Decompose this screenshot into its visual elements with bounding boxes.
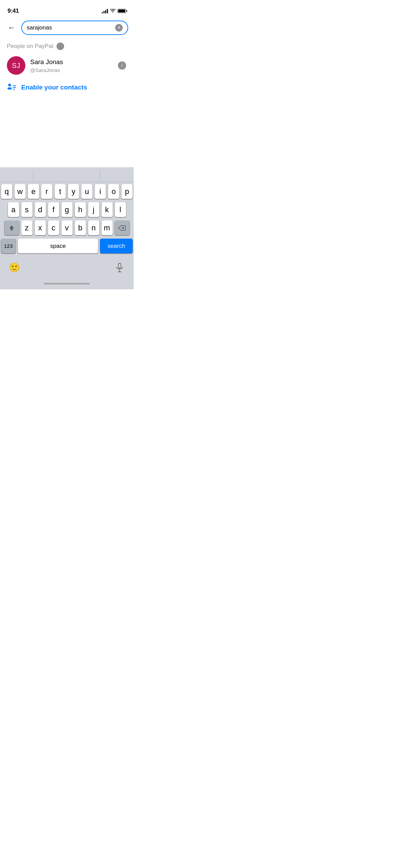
search-input[interactable]	[27, 24, 112, 31]
contact-row[interactable]: SJ Sara Jonas @SaraJonas i	[0, 53, 134, 78]
back-button[interactable]: ←	[5, 22, 18, 34]
home-bar	[44, 283, 90, 285]
key-c[interactable]: c	[48, 220, 59, 235]
key-p[interactable]: p	[121, 184, 133, 199]
section-header: People on PayPal	[0, 38, 134, 53]
emoji-key[interactable]: 🙂	[7, 260, 22, 275]
contact-handle: @SaraJonas	[30, 67, 112, 73]
microphone-key[interactable]	[112, 260, 127, 275]
avatar: SJ	[7, 56, 25, 75]
key-w[interactable]: w	[14, 184, 26, 199]
svg-rect-2	[13, 85, 16, 86]
key-b[interactable]: b	[75, 220, 86, 235]
keyboard-divider-right	[100, 170, 100, 180]
keyboard-row-1: q w e r t y u i o p	[1, 184, 133, 199]
back-arrow-icon: ←	[8, 24, 15, 32]
key-r[interactable]: r	[41, 184, 52, 199]
key-e[interactable]: e	[28, 184, 39, 199]
keyboard-top-bar	[0, 167, 134, 182]
search-key[interactable]: search	[100, 239, 133, 253]
clear-button[interactable]: ✕	[115, 24, 123, 32]
status-time: 9:41	[8, 8, 19, 14]
shift-key[interactable]	[4, 220, 19, 235]
key-q[interactable]: q	[1, 184, 12, 199]
shift-icon	[8, 225, 15, 231]
loading-indicator	[57, 43, 64, 50]
key-t[interactable]: t	[54, 184, 66, 199]
key-d[interactable]: d	[35, 202, 46, 217]
svg-rect-4	[13, 89, 15, 89]
section-title: People on PayPal	[7, 43, 53, 50]
info-icon: i	[118, 61, 126, 70]
info-button[interactable]: i	[117, 61, 127, 70]
key-n[interactable]: n	[88, 220, 99, 235]
space-key[interactable]: space	[18, 239, 98, 253]
key-z[interactable]: z	[21, 220, 33, 235]
keyboard-rows: q w e r t y u i o p a s d f g h j k l	[0, 182, 134, 258]
keyboard-divider-left	[33, 170, 34, 180]
svg-rect-3	[13, 87, 16, 88]
key-u[interactable]: u	[81, 184, 93, 199]
contact-name: Sara Jonas	[30, 58, 112, 67]
key-v[interactable]: v	[61, 220, 73, 235]
key-l[interactable]: l	[115, 202, 126, 217]
contacts-icon-wrap	[7, 82, 17, 93]
header: ← ✕	[0, 17, 134, 38]
enable-contacts-row[interactable]: Enable your contacts	[0, 78, 134, 97]
key-i[interactable]: i	[95, 184, 106, 199]
svg-rect-1	[8, 87, 12, 89]
key-k[interactable]: k	[101, 202, 113, 217]
delete-key[interactable]	[115, 220, 130, 235]
contacts-person-icon	[7, 83, 17, 92]
search-box[interactable]: ✕	[21, 21, 128, 35]
status-bar: 9:41	[0, 0, 134, 17]
clear-icon: ✕	[117, 25, 121, 30]
key-s[interactable]: s	[21, 202, 33, 217]
home-indicator	[0, 278, 134, 289]
key-m[interactable]: m	[101, 220, 113, 235]
svg-rect-0	[8, 84, 11, 86]
key-a[interactable]: a	[8, 202, 19, 217]
enable-contacts-label: Enable your contacts	[21, 84, 87, 91]
key-f[interactable]: f	[48, 202, 59, 217]
keyboard-row-2: a s d f g h j k l	[1, 202, 133, 217]
status-icons	[102, 9, 126, 13]
microphone-icon	[116, 263, 123, 273]
key-j[interactable]: j	[88, 202, 99, 217]
battery-icon	[118, 9, 126, 13]
svg-rect-7	[118, 263, 121, 268]
keyboard-row-4: 123 space search	[1, 239, 133, 253]
keyboard-row-3: z x c v b n m	[1, 220, 133, 235]
key-o[interactable]: o	[108, 184, 119, 199]
key-g[interactable]: g	[61, 202, 73, 217]
key-x[interactable]: x	[35, 220, 46, 235]
contact-info: Sara Jonas @SaraJonas	[30, 58, 112, 73]
keyboard-bottom-bar: 🙂	[0, 258, 134, 278]
delete-icon	[118, 225, 126, 231]
avatar-initials: SJ	[12, 62, 20, 70]
keyboard[interactable]: q w e r t y u i o p a s d f g h j k l	[0, 167, 134, 289]
signal-icon	[102, 9, 108, 13]
wifi-icon	[110, 9, 116, 13]
key-y[interactable]: y	[68, 184, 79, 199]
numbers-key[interactable]: 123	[1, 239, 16, 253]
key-h[interactable]: h	[75, 202, 86, 217]
